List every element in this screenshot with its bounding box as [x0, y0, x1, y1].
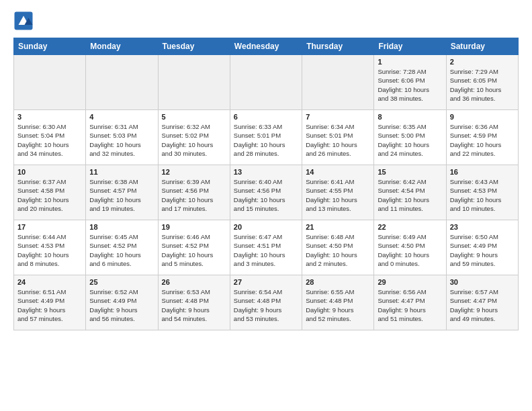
- calendar-cell: 18Sunrise: 6:45 AM Sunset: 4:52 PM Dayli…: [86, 220, 158, 275]
- day-number: 10: [17, 168, 82, 176]
- day-number: 11: [89, 168, 154, 176]
- cell-info: Sunrise: 6:31 AM Sunset: 5:03 PM Dayligh…: [89, 122, 154, 158]
- calendar-cell: 23Sunrise: 6:50 AM Sunset: 4:49 PM Dayli…: [446, 220, 518, 275]
- day-number: 1: [378, 58, 442, 66]
- day-number: 13: [234, 168, 298, 176]
- cell-info: Sunrise: 6:33 AM Sunset: 5:01 PM Dayligh…: [234, 122, 298, 158]
- week-row-1: 3Sunrise: 6:30 AM Sunset: 5:04 PM Daylig…: [14, 110, 519, 165]
- day-number: 9: [450, 113, 515, 121]
- cell-info: Sunrise: 7:28 AM Sunset: 6:06 PM Dayligh…: [378, 67, 442, 103]
- calendar-cell: 21Sunrise: 6:48 AM Sunset: 4:50 PM Dayli…: [302, 220, 374, 275]
- day-number: 3: [17, 113, 82, 121]
- cell-info: Sunrise: 6:45 AM Sunset: 4:52 PM Dayligh…: [89, 232, 154, 268]
- cell-info: Sunrise: 6:54 AM Sunset: 4:48 PM Dayligh…: [234, 287, 298, 323]
- calendar-cell: 17Sunrise: 6:44 AM Sunset: 4:53 PM Dayli…: [14, 220, 86, 275]
- cell-info: Sunrise: 6:30 AM Sunset: 5:04 PM Dayligh…: [17, 122, 82, 158]
- day-number: 26: [162, 278, 226, 286]
- calendar-cell: 8Sunrise: 6:35 AM Sunset: 5:00 PM Daylig…: [374, 110, 446, 165]
- day-number: 12: [162, 168, 226, 176]
- day-number: 14: [306, 168, 370, 176]
- cell-info: Sunrise: 6:55 AM Sunset: 4:48 PM Dayligh…: [306, 287, 370, 323]
- day-number: 5: [162, 113, 226, 121]
- cell-info: Sunrise: 6:37 AM Sunset: 4:58 PM Dayligh…: [17, 177, 82, 213]
- weekday-header-thursday: Thursday: [302, 38, 374, 55]
- day-number: 30: [450, 278, 515, 286]
- cell-info: Sunrise: 6:51 AM Sunset: 4:49 PM Dayligh…: [17, 287, 82, 323]
- calendar-cell: 24Sunrise: 6:51 AM Sunset: 4:49 PM Dayli…: [14, 275, 86, 330]
- day-number: 7: [306, 113, 370, 121]
- cell-info: Sunrise: 6:32 AM Sunset: 5:02 PM Dayligh…: [162, 122, 226, 158]
- day-number: 27: [234, 278, 298, 286]
- weekday-header-monday: Monday: [86, 38, 158, 55]
- day-number: 25: [89, 278, 154, 286]
- calendar-cell: [230, 55, 302, 110]
- cell-info: Sunrise: 6:44 AM Sunset: 4:53 PM Dayligh…: [17, 232, 82, 268]
- cell-info: Sunrise: 6:53 AM Sunset: 4:48 PM Dayligh…: [162, 287, 226, 323]
- weekday-header-tuesday: Tuesday: [158, 38, 230, 55]
- day-number: 28: [306, 278, 370, 286]
- header: [13, 11, 519, 31]
- calendar-cell: 15Sunrise: 6:42 AM Sunset: 4:54 PM Dayli…: [374, 165, 446, 220]
- logo: [13, 11, 36, 31]
- day-number: 23: [450, 223, 515, 231]
- calendar-cell: [14, 55, 86, 110]
- calendar-cell: [86, 55, 158, 110]
- calendar-cell: 11Sunrise: 6:38 AM Sunset: 4:57 PM Dayli…: [86, 165, 158, 220]
- cell-info: Sunrise: 6:43 AM Sunset: 4:53 PM Dayligh…: [450, 177, 515, 213]
- day-number: 24: [17, 278, 82, 286]
- calendar-cell: 10Sunrise: 6:37 AM Sunset: 4:58 PM Dayli…: [14, 165, 86, 220]
- cell-info: Sunrise: 6:50 AM Sunset: 4:49 PM Dayligh…: [450, 232, 515, 268]
- calendar-cell: 3Sunrise: 6:30 AM Sunset: 5:04 PM Daylig…: [14, 110, 86, 165]
- cell-info: Sunrise: 6:38 AM Sunset: 4:57 PM Dayligh…: [89, 177, 154, 213]
- calendar-cell: [158, 55, 230, 110]
- calendar-cell: 12Sunrise: 6:39 AM Sunset: 4:56 PM Dayli…: [158, 165, 230, 220]
- cell-info: Sunrise: 6:46 AM Sunset: 4:52 PM Dayligh…: [162, 232, 226, 268]
- day-number: 4: [89, 113, 154, 121]
- day-number: 15: [378, 168, 442, 176]
- calendar-cell: 27Sunrise: 6:54 AM Sunset: 4:48 PM Dayli…: [230, 275, 302, 330]
- cell-info: Sunrise: 6:35 AM Sunset: 5:00 PM Dayligh…: [378, 122, 442, 158]
- day-number: 16: [450, 168, 515, 176]
- day-number: 18: [89, 223, 154, 231]
- cell-info: Sunrise: 6:39 AM Sunset: 4:56 PM Dayligh…: [162, 177, 226, 213]
- calendar-cell: 1Sunrise: 7:28 AM Sunset: 6:06 PM Daylig…: [374, 55, 446, 110]
- cell-info: Sunrise: 6:52 AM Sunset: 4:49 PM Dayligh…: [89, 287, 154, 323]
- day-number: 19: [162, 223, 226, 231]
- week-row-0: 1Sunrise: 7:28 AM Sunset: 6:06 PM Daylig…: [14, 55, 519, 110]
- cell-info: Sunrise: 6:47 AM Sunset: 4:51 PM Dayligh…: [234, 232, 298, 268]
- cell-info: Sunrise: 6:56 AM Sunset: 4:47 PM Dayligh…: [378, 287, 442, 323]
- cell-info: Sunrise: 6:40 AM Sunset: 4:56 PM Dayligh…: [234, 177, 298, 213]
- day-number: 29: [378, 278, 442, 286]
- calendar-cell: 29Sunrise: 6:56 AM Sunset: 4:47 PM Dayli…: [374, 275, 446, 330]
- page: SundayMondayTuesdayWednesdayThursdayFrid…: [0, 0, 532, 411]
- calendar-cell: 6Sunrise: 6:33 AM Sunset: 5:01 PM Daylig…: [230, 110, 302, 165]
- day-number: 8: [378, 113, 442, 121]
- cell-info: Sunrise: 6:34 AM Sunset: 5:01 PM Dayligh…: [306, 122, 370, 158]
- cell-info: Sunrise: 6:36 AM Sunset: 4:59 PM Dayligh…: [450, 122, 515, 158]
- calendar-cell: 22Sunrise: 6:49 AM Sunset: 4:50 PM Dayli…: [374, 220, 446, 275]
- cell-info: Sunrise: 6:48 AM Sunset: 4:50 PM Dayligh…: [306, 232, 370, 268]
- weekday-header-wednesday: Wednesday: [230, 38, 302, 55]
- weekday-header-saturday: Saturday: [446, 38, 518, 55]
- cell-info: Sunrise: 6:49 AM Sunset: 4:50 PM Dayligh…: [378, 232, 442, 268]
- calendar: SundayMondayTuesdayWednesdayThursdayFrid…: [13, 38, 519, 330]
- day-number: 17: [17, 223, 82, 231]
- calendar-cell: 7Sunrise: 6:34 AM Sunset: 5:01 PM Daylig…: [302, 110, 374, 165]
- week-row-2: 10Sunrise: 6:37 AM Sunset: 4:58 PM Dayli…: [14, 165, 519, 220]
- calendar-cell: 16Sunrise: 6:43 AM Sunset: 4:53 PM Dayli…: [446, 165, 518, 220]
- calendar-cell: 20Sunrise: 6:47 AM Sunset: 4:51 PM Dayli…: [230, 220, 302, 275]
- weekday-header-friday: Friday: [374, 38, 446, 55]
- calendar-cell: 26Sunrise: 6:53 AM Sunset: 4:48 PM Dayli…: [158, 275, 230, 330]
- logo-icon: [13, 11, 34, 31]
- calendar-cell: [302, 55, 374, 110]
- weekday-header-row: SundayMondayTuesdayWednesdayThursdayFrid…: [14, 38, 519, 55]
- calendar-cell: 28Sunrise: 6:55 AM Sunset: 4:48 PM Dayli…: [302, 275, 374, 330]
- day-number: 22: [378, 223, 442, 231]
- cell-info: Sunrise: 7:29 AM Sunset: 6:05 PM Dayligh…: [450, 67, 515, 103]
- calendar-cell: 19Sunrise: 6:46 AM Sunset: 4:52 PM Dayli…: [158, 220, 230, 275]
- day-number: 20: [234, 223, 298, 231]
- cell-info: Sunrise: 6:42 AM Sunset: 4:54 PM Dayligh…: [378, 177, 442, 213]
- week-row-4: 24Sunrise: 6:51 AM Sunset: 4:49 PM Dayli…: [14, 275, 519, 330]
- day-number: 2: [450, 58, 515, 66]
- cell-info: Sunrise: 6:57 AM Sunset: 4:47 PM Dayligh…: [450, 287, 515, 323]
